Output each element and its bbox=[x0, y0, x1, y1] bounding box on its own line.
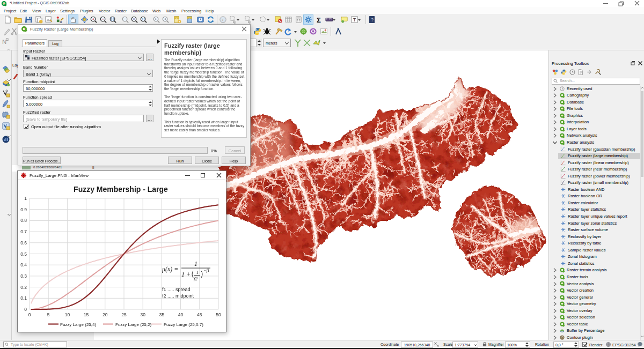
svg-text:10: 10 bbox=[65, 312, 70, 317]
svg-text:1: 1 bbox=[196, 270, 199, 275]
svg-text:?: ? bbox=[371, 17, 374, 23]
svg-text:0.3: 0.3 bbox=[20, 273, 27, 279]
svg-text:1 +: 1 + bbox=[181, 271, 191, 278]
svg-text:Σ: Σ bbox=[317, 16, 321, 24]
svg-text:T: T bbox=[353, 17, 356, 23]
svg-text:5: 5 bbox=[47, 312, 50, 317]
svg-text:0.1: 0.1 bbox=[20, 295, 27, 301]
svg-text:Fuzzy Large (25,4): Fuzzy Large (25,4) bbox=[60, 322, 96, 327]
svg-text:0.6: 0.6 bbox=[20, 240, 27, 246]
svg-text:1:1: 1:1 bbox=[142, 18, 145, 21]
svg-text:30: 30 bbox=[140, 312, 145, 317]
svg-text:f2: f2 bbox=[194, 276, 198, 281]
svg-text:1: 1 bbox=[194, 260, 197, 268]
svg-text:0: 0 bbox=[28, 312, 31, 317]
svg-text:f1 ..... spread: f1 ..... spread bbox=[162, 287, 191, 292]
svg-text:50: 50 bbox=[216, 312, 221, 317]
svg-text:Fuzzy Large (25,2): Fuzzy Large (25,2) bbox=[115, 322, 151, 327]
svg-text:35: 35 bbox=[159, 312, 165, 317]
svg-text:Fuzzy Membership - Large: Fuzzy Membership - Large bbox=[74, 185, 168, 194]
svg-text:0: 0 bbox=[24, 307, 27, 312]
svg-text:0.5: 0.5 bbox=[20, 251, 27, 257]
svg-text:Fuzzy Large (25,0.7): Fuzzy Large (25,0.7) bbox=[164, 322, 203, 327]
svg-text:25: 25 bbox=[121, 312, 127, 317]
svg-text:i: i bbox=[222, 17, 223, 22]
svg-text:0.9: 0.9 bbox=[20, 207, 27, 212]
svg-text:15: 15 bbox=[84, 312, 89, 317]
svg-text:−f1: −f1 bbox=[203, 268, 210, 273]
svg-text:0.8: 0.8 bbox=[20, 218, 27, 223]
svg-text:0.2: 0.2 bbox=[20, 285, 27, 290]
svg-text:μ(x) =: μ(x) = bbox=[162, 265, 178, 273]
svg-text:45: 45 bbox=[197, 312, 202, 317]
svg-text:f2 ..... midpoint: f2 ..... midpoint bbox=[162, 293, 194, 299]
svg-text:a: a bbox=[60, 20, 62, 24]
svg-text:0.4: 0.4 bbox=[20, 262, 27, 268]
svg-text:40: 40 bbox=[178, 312, 184, 317]
svg-text:20: 20 bbox=[103, 312, 108, 317]
svg-text:0.7: 0.7 bbox=[20, 229, 27, 234]
svg-text:N: N bbox=[2, 39, 6, 45]
svg-text:1: 1 bbox=[24, 196, 27, 201]
